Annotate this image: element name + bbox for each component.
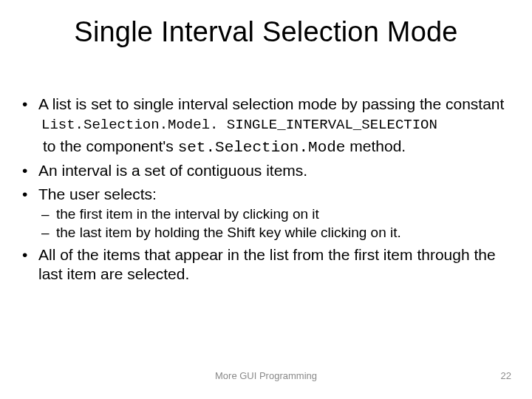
slide: Single Interval Selection Mode A list is… xyxy=(0,0,532,399)
bullet-3: The user selects: the first item in the … xyxy=(18,185,514,241)
bullet-1-tail-code: set.Selection.Mode xyxy=(178,139,346,156)
page-number: 22 xyxy=(501,370,511,381)
bullet-3-sub-2: the last item by holding the Shift key w… xyxy=(38,224,514,241)
bullet-1-tail: to the component's set.Selection.Mode me… xyxy=(43,137,514,157)
bullet-1-lead: A list is set to single interval selecti… xyxy=(38,95,504,112)
slide-title: Single Interval Selection Mode xyxy=(0,16,532,48)
bullet-list: A list is set to single interval selecti… xyxy=(18,95,514,283)
bullet-4: All of the items that appear in the list… xyxy=(18,245,514,283)
bullet-3-sublist: the first item in the interval by clicki… xyxy=(38,205,514,241)
bullet-3-sub-1: the first item in the interval by clicki… xyxy=(38,205,514,222)
bullet-1-code: List.Selection.Model. SINGLE_INTERVAL_SE… xyxy=(41,117,514,134)
bullet-1: A list is set to single interval selecti… xyxy=(18,95,514,157)
bullet-3-text: The user selects: xyxy=(38,185,157,202)
bullet-1-tail-pre: to the component's xyxy=(43,137,178,154)
slide-body: A list is set to single interval selecti… xyxy=(18,95,514,287)
bullet-1-tail-post: method. xyxy=(345,137,406,154)
footer-text: More GUI Programming xyxy=(0,370,532,381)
bullet-2: An interval is a set of contiguous items… xyxy=(18,161,514,180)
